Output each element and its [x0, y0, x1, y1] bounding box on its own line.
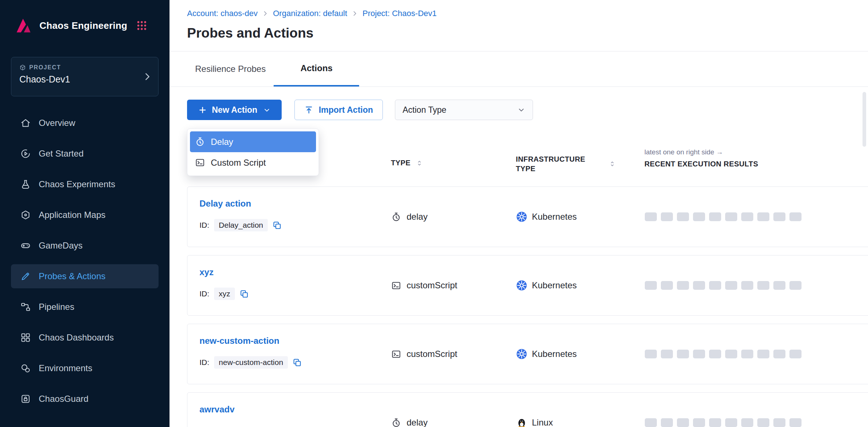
main-content: Account: chaos-devOrganization: defaultP… — [170, 0, 868, 427]
table-row: xyz ID: xyz customScript Kubernetes — [187, 255, 868, 316]
execution-results — [645, 281, 802, 290]
scrollbar-thumb[interactable] — [863, 92, 866, 147]
sidebar-item-overview[interactable]: Overview — [11, 111, 159, 135]
sort-icon[interactable] — [416, 159, 423, 167]
execution-result-placeholder — [773, 212, 785, 221]
execution-result-placeholder — [677, 212, 689, 221]
sidebar-item-pipelines[interactable]: Pipelines — [11, 295, 159, 319]
copy-id-button[interactable] — [273, 221, 282, 230]
guard-icon — [20, 394, 31, 404]
execution-result-placeholder — [773, 418, 785, 427]
plus-icon — [198, 105, 207, 115]
menu-item-delay[interactable]: Delay — [190, 131, 316, 152]
breadcrumb-link-account[interactable]: Account: chaos-dev — [187, 9, 258, 18]
sidebar-item-gamedays[interactable]: GameDays — [11, 234, 159, 258]
table-row: new-custom-action ID: new-custom-action … — [187, 324, 868, 384]
new-action-button[interactable]: New Action — [187, 100, 282, 120]
execution-result-placeholder — [789, 212, 802, 221]
module-switcher-grid-icon[interactable] — [136, 20, 148, 31]
execution-result-placeholder — [789, 350, 802, 358]
column-header-type[interactable]: TYPE — [391, 159, 423, 167]
action-type-select[interactable]: Action Type — [395, 100, 533, 120]
execution-result-placeholder — [661, 212, 673, 221]
sidebar-item-chaosguard[interactable]: ChaosGuard — [11, 387, 159, 411]
infrastructure-cell: Kubernetes — [516, 349, 577, 359]
sidebar-item-label: Probes & Actions — [39, 271, 106, 281]
action-name-link[interactable]: awrvadv — [199, 404, 235, 415]
breadcrumb-link-project[interactable]: Project: Chaos-Dev1 — [362, 9, 437, 18]
sidebar-item-probes-actions[interactable]: Probes & Actions — [11, 264, 159, 288]
script-icon — [391, 349, 401, 359]
tabs: Resilience ProbesActions — [187, 51, 359, 86]
new-action-menu: DelayCustom Script — [187, 128, 319, 176]
execution-results — [645, 212, 802, 221]
stopwatch-icon — [195, 137, 205, 147]
execution-result-placeholder — [741, 350, 753, 358]
execution-result-placeholder — [757, 418, 769, 427]
sidebar-header: Chaos Engineering — [0, 0, 170, 51]
sidebar-nav: Overview Get Started Chaos Experiments A… — [0, 108, 170, 414]
script-icon — [195, 158, 205, 168]
flask-icon — [20, 179, 31, 189]
copy-id-button[interactable] — [240, 289, 249, 299]
action-name-link[interactable]: new-custom-action — [199, 336, 279, 346]
import-action-button[interactable]: Import Action — [294, 100, 383, 120]
execution-result-placeholder — [661, 350, 673, 358]
action-id-chip: Delay_action — [214, 219, 268, 231]
action-id-line: ID: Delay_action — [199, 219, 282, 231]
infrastructure-value: Kubernetes — [532, 212, 577, 222]
kubernetes-icon — [516, 349, 527, 359]
sidebar: Chaos Engineering PROJECT Chaos-Dev1 Ove… — [0, 0, 170, 427]
execution-result-placeholder — [693, 418, 705, 427]
pipeline-icon — [20, 302, 31, 312]
sidebar-item-label: Overview — [39, 118, 75, 128]
breadcrumb-link-organization[interactable]: Organization: default — [273, 9, 347, 18]
sidebar-item-label: ChaosGuard — [39, 394, 88, 404]
linux-icon — [516, 417, 527, 427]
sidebar-item-environments[interactable]: Environments — [11, 356, 159, 380]
copy-icon — [293, 358, 302, 367]
sidebar-item-label: Environments — [39, 363, 92, 373]
project-label: PROJECT — [29, 64, 61, 71]
home-icon — [20, 118, 31, 128]
sidebar-item-application-maps[interactable]: Application Maps — [11, 203, 159, 227]
execution-result-placeholder — [757, 212, 769, 221]
execution-result-placeholder — [773, 281, 785, 290]
execution-result-placeholder — [645, 281, 657, 290]
sidebar-item-chaos-experiments[interactable]: Chaos Experiments — [11, 172, 159, 196]
execution-result-placeholder — [677, 281, 689, 290]
sidebar-item-get-started[interactable]: Get Started — [11, 142, 159, 166]
chaos-engineering-logo-icon — [12, 15, 34, 36]
action-name-link[interactable]: Delay action — [199, 199, 251, 209]
chevron-right-icon — [351, 10, 358, 17]
stopwatch-icon — [391, 418, 401, 427]
execution-result-placeholder — [757, 350, 769, 358]
type-cell: customScript — [391, 349, 457, 359]
execution-result-placeholder — [757, 281, 769, 290]
execution-result-placeholder — [661, 281, 673, 290]
copy-id-button[interactable] — [293, 358, 302, 367]
type-cell: delay — [391, 418, 427, 427]
sidebar-item-chaos-dashboards[interactable]: Chaos Dashboards — [11, 326, 159, 350]
sidebar-item-label: Application Maps — [39, 210, 106, 220]
project-name: Chaos-Dev1 — [19, 74, 150, 85]
tab-actions[interactable]: Actions — [274, 51, 359, 86]
action-name-link[interactable]: xyz — [199, 267, 214, 277]
execution-result-placeholder — [693, 212, 705, 221]
tab-resilience-probes[interactable]: Resilience Probes — [187, 51, 274, 86]
probe-icon — [20, 271, 31, 281]
infrastructure-cell: Kubernetes — [516, 211, 577, 222]
table-row: Delay action ID: Delay_action delay Kube… — [187, 186, 868, 247]
sort-icon[interactable] — [609, 160, 616, 168]
kubernetes-icon — [516, 211, 527, 222]
sidebar-item-label: Chaos Dashboards — [39, 332, 114, 343]
execution-result-placeholder — [677, 418, 689, 427]
sidebar-item-label: Chaos Experiments — [39, 179, 115, 189]
module-title: Chaos Engineering — [39, 20, 127, 31]
chevron-right-icon — [142, 72, 152, 82]
menu-item-custom-script[interactable]: Custom Script — [190, 152, 316, 173]
infrastructure-cell: Linux — [516, 417, 553, 427]
project-selector[interactable]: PROJECT Chaos-Dev1 — [11, 57, 159, 96]
toolbar: New Action Import Action Action Type — [187, 100, 533, 120]
column-header-infrastructure[interactable]: INFRASTRUCTURE TYPE — [516, 154, 616, 173]
